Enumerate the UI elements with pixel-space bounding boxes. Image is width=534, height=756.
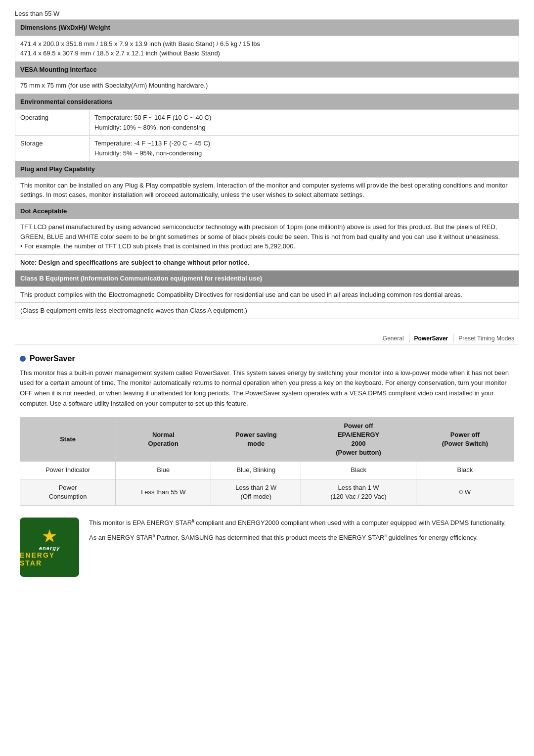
row-power-consumption-epa: Less than 1 W(120 Vac / 220 Vac) (301, 479, 416, 505)
energy-star-section: ★ energy ENERGY STAR This monitor is EPA… (20, 518, 514, 577)
specs-full-row: 75 mm x 75 mm (for use with Specialty(Ar… (15, 78, 519, 94)
row-power-consumption-saving: Less than 2 W(Off-mode) (211, 479, 301, 505)
energy-logo-text: energy (39, 545, 60, 551)
powersaver-description: This monitor has a built-in power manage… (20, 368, 514, 409)
row-power-indicator-switch: Black (416, 462, 514, 479)
specs-full-row: TFT LCD panel manufactured by using adva… (15, 219, 519, 255)
specs-full-row: 471.4 x 200.0 x 351.8 mm / 18.5 x 7.9 x … (15, 36, 519, 61)
col-state: State (20, 417, 116, 462)
star-icon: ★ (42, 527, 57, 545)
row-power-indicator-saving: Blue, Blinking (211, 462, 301, 479)
specs-class-b-header: Class B Equipment (Information Communica… (15, 271, 519, 287)
energy-star-logo: ★ energy ENERGY STAR (20, 518, 79, 577)
specs-two-col-label: Operating (15, 110, 89, 136)
specs-two-col-value: Temperature: -4 F ~113 F (-20 C ~ 45 C)H… (89, 136, 519, 161)
specs-two-col-label: Storage (15, 136, 89, 161)
specs-table: Dimensions (WxDxH)/ Weight471.4 x 200.0 … (15, 19, 519, 319)
section-dot (20, 356, 26, 362)
energy-star-text: This monitor is EPA ENERGY STARfi compli… (89, 518, 506, 543)
row-power-consumption-label: PowerConsumption (20, 479, 116, 505)
table-row: PowerConsumption Less than 55 W Less tha… (20, 479, 514, 505)
row-power-indicator-label: Power Indicator (20, 462, 116, 479)
row-power-consumption-switch: 0 W (416, 479, 514, 505)
power-table: State NormalOperation Power savingmode P… (20, 417, 514, 506)
nav-tabs: General PowerSaver Preset Timing Modes (15, 334, 519, 344)
specs-section-header: Dot Acceptable (15, 203, 519, 219)
col-power-saving: Power savingmode (211, 417, 301, 462)
specs-full-row: This monitor can be installed on any Plu… (15, 177, 519, 203)
specs-section-header: VESA Mounting Interface (15, 61, 519, 78)
table-row: Power Indicator Blue Blue, Blinking Blac… (20, 462, 514, 479)
specs-section-header: Environmental considerations (15, 94, 519, 110)
col-epa: Power offEPA/ENERGY2000(Power button) (301, 417, 416, 462)
power-intro: Less than 55 W (15, 10, 519, 17)
specs-full-row: (Class B equipment emits less electromag… (15, 303, 519, 319)
tab-powersaver[interactable]: PowerSaver (409, 334, 454, 343)
specs-section-header: Plug and Play Capability (15, 161, 519, 178)
section-title: PowerSaver (20, 354, 514, 363)
powersaver-section: PowerSaver This monitor has a built-in p… (15, 354, 519, 577)
col-power-switch: Power off(Power Switch) (416, 417, 514, 462)
row-power-consumption-normal: Less than 55 W (116, 479, 211, 505)
specs-note: Note: Design and specifications are subj… (15, 254, 519, 271)
tab-preset-timing[interactable]: Preset Timing Modes (453, 334, 519, 343)
tab-general[interactable]: General (378, 334, 409, 343)
star-logo-text: ENERGY STAR (20, 551, 79, 567)
col-normal: NormalOperation (116, 417, 211, 462)
specs-section-header: Dimensions (WxDxH)/ Weight (15, 20, 519, 36)
specs-full-row: This product complies with the Electroma… (15, 286, 519, 303)
specs-two-col-value: Temperature: 50 F ~ 104 F (10 C ~ 40 C)H… (89, 110, 519, 136)
row-power-indicator-normal: Blue (116, 462, 211, 479)
row-power-indicator-epa: Black (301, 462, 416, 479)
powersaver-title: PowerSaver (30, 354, 75, 363)
